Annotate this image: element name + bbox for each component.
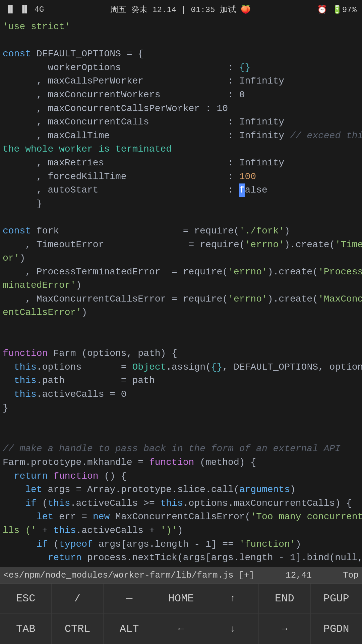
code-line: minatedError') [0,279,362,292]
status-left: ▐▌ ▐▌ 4G [5,5,44,14]
cursor-position: 12,41 [286,570,312,580]
code-editor[interactable]: 'use strict' const DEFAULT_OPTIONS = { w… [0,19,362,567]
code-line: } [0,401,362,415]
status-line: <es/npm/node_modules/worker-farm/lib/far… [0,567,362,583]
code-line: , MaxConcurrentCallsError = require('err… [0,292,362,306]
key-dash[interactable]: — [104,584,155,613]
key-right[interactable]: → [259,614,310,644]
file-path: <es/npm/node_modules/worker-farm/lib/far… [3,570,254,580]
key-tab[interactable]: TAB [0,614,52,644]
key-slash[interactable]: / [52,584,103,613]
code-line-wrap: the whole worker is terminated [0,143,362,156]
key-esc[interactable]: ESC [0,584,52,613]
code-line [0,333,362,347]
code-line [0,34,362,48]
signal-icons: ▐▌ ▐▌ 4G [5,5,44,14]
status-right: ⏰ 🔋97% [317,5,357,14]
code-line: , maxConcurrentCalls : Infinity [0,115,362,129]
code-line: this.activeCalls = 0 [0,388,362,401]
key-down[interactable]: ↓ [207,614,259,644]
code-line: const fork = require('./fork') [0,224,362,238]
scroll-position: Top [343,570,359,580]
key-home[interactable]: HOME [155,584,207,613]
key-pgdn[interactable]: PGDN [311,614,362,644]
code-line: this.path = path [0,374,362,388]
code-line: this.options = Object.assign({}, DEFAULT… [0,361,362,374]
code-line: } [0,197,362,211]
key-pgup[interactable]: PGUP [311,584,362,613]
code-line: , maxConcurrentCallsPerWorker : 10 [0,102,362,116]
key-up[interactable]: ↑ [207,584,259,613]
code-line: let err = new MaxConcurrentCallsError('T… [0,510,362,524]
code-line: , maxConcurrentWorkers : 0 [0,88,362,102]
code-line: let args = Array.prototype.slice.call(ar… [0,483,362,497]
status-bar: ▐▌ ▐▌ 4G 周五 癸未 12.14 | 01:35 加试 🍑 ⏰ 🔋97% [0,0,362,19]
code-line [0,429,362,442]
code-line: workerOptions : {} [0,61,362,75]
code-line: , maxRetries : Infinity [0,156,362,170]
code-line: return process.nextTick(args[args.length… [0,551,362,565]
code-line: function Farm (options, path) { [0,347,362,361]
key-alt[interactable]: ALT [104,614,155,644]
code-line: if (this.activeCalls >= this.options.max… [0,497,362,511]
code-line: , autoStart : false [0,183,362,197]
code-line: return function () { [0,470,362,483]
status-center: 周五 癸未 12.14 | 01:35 加试 🍑 [110,4,251,15]
code-line: , TimeoutError = require('errno').create… [0,238,362,252]
keyboard-toolbar: ESC / — HOME ↑ END PGUP TAB CTRL ALT ← ↓… [0,583,362,644]
code-line: lls (' + this.activeCalls + ')') [0,524,362,538]
code-line: r)) [0,565,362,567]
code-line: , ProcessTerminatedError = require('errn… [0,265,362,279]
key-left[interactable]: ← [155,614,207,644]
key-ctrl[interactable]: CTRL [52,614,103,644]
code-line: , forcedKillTime : 100 [0,170,362,184]
code-line: Farm.prototype.mkhandle = function (meth… [0,456,362,470]
code-line: , maxCallsPerWorker : Infinity [0,74,362,88]
code-line: const DEFAULT_OPTIONS = { [0,47,362,61]
code-line: if (typeof args[args.length - 1] == 'fun… [0,538,362,551]
code-line: 'use strict' [0,20,362,34]
code-line: // make a handle to pass back in the for… [0,442,362,456]
keyboard-row-2: TAB CTRL ALT ← ↓ → PGDN [0,614,362,644]
code-line [0,415,362,429]
code-line: , maxCallTime : Infinity // exceed this … [0,129,362,143]
keyboard-row-1: ESC / — HOME ↑ END PGUP [0,584,362,614]
code-line [0,211,362,224]
code-line: or') [0,252,362,265]
code-line [0,320,362,333]
code-line: entCallsError') [0,306,362,320]
key-end[interactable]: END [259,584,310,613]
